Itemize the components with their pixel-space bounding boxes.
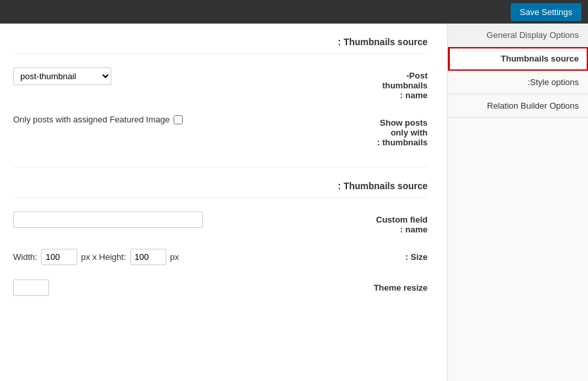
show-posts-checkbox[interactable]: [174, 115, 183, 124]
post-thumbnails-row: post-thumbnail thumbnail medium large fu…: [13, 67, 428, 100]
sidebar-item-label-thumbnails: Thumbnails source: [501, 54, 579, 64]
show-posts-control: Only posts with assigned Featured Image: [13, 115, 297, 124]
size-label: Size :: [310, 249, 428, 262]
sidebar-item-label-relation: Relation Builder Options: [487, 101, 579, 111]
sidebar-item-style-options[interactable]: :Style options: [448, 71, 588, 94]
width-label: Width:: [13, 252, 37, 262]
post-thumbnails-label: Post-thumbnailsname :: [310, 67, 428, 100]
custom-field-input[interactable]: [13, 211, 203, 228]
custom-field-control: [13, 211, 297, 228]
custom-field-label: Custom fieldname :: [310, 211, 428, 234]
sidebar-item-relation-builder[interactable]: Relation Builder Options: [448, 94, 588, 118]
section1-header: Thumbnails source :: [13, 37, 428, 54]
section2-header: Thumbnails source :: [13, 181, 428, 198]
sidebar-item-label-style: :Style options: [528, 77, 579, 87]
sidebar-general-title: General Display Options: [448, 24, 588, 47]
sidebar-item-thumbnails-source[interactable]: Thumbnails source: [448, 47, 588, 71]
theme-resize-input[interactable]: [13, 280, 49, 296]
main-content: Thumbnails source : post-thumbnail thumb…: [0, 24, 447, 381]
section-thumbnails-source-1: Thumbnails source : post-thumbnail thumb…: [13, 37, 428, 147]
section-thumbnails-source-2: Thumbnails source : Custom fieldname : W…: [13, 181, 428, 296]
post-thumbnail-select[interactable]: post-thumbnail thumbnail medium large fu…: [13, 67, 111, 85]
size-control: Width: px x Height: px: [13, 249, 297, 265]
show-posts-text: Only posts with assigned Featured Image: [13, 115, 170, 124]
size-row: Width: px x Height: px Size :: [13, 249, 428, 265]
theme-resize-control: [13, 280, 297, 296]
px-label: px: [170, 252, 179, 262]
section2-title: Thumbnails source :: [338, 181, 428, 191]
save-settings-button[interactable]: Save Settings: [511, 3, 581, 21]
show-posts-label: Show postsonly withthumbnails :: [310, 115, 428, 147]
custom-field-row: Custom fieldname :: [13, 211, 428, 234]
post-thumbnails-control: post-thumbnail thumbnail medium large fu…: [13, 67, 297, 85]
top-bar: Save Settings: [0, 0, 588, 24]
width-input[interactable]: [41, 249, 77, 265]
px-x-label: px x Height:: [81, 252, 126, 262]
section1-title: Thumbnails source :: [338, 37, 428, 47]
theme-resize-label: Theme resize: [310, 280, 428, 293]
main-layout: Thumbnails source : post-thumbnail thumb…: [0, 24, 588, 381]
theme-resize-row: Theme resize: [13, 280, 428, 296]
height-input[interactable]: [130, 249, 166, 265]
sidebar: General Display Options Thumbnails sourc…: [447, 24, 588, 381]
section-divider: [13, 167, 428, 168]
show-posts-row: Only posts with assigned Featured Image …: [13, 115, 428, 147]
size-inputs: Width: px x Height: px: [13, 249, 179, 265]
